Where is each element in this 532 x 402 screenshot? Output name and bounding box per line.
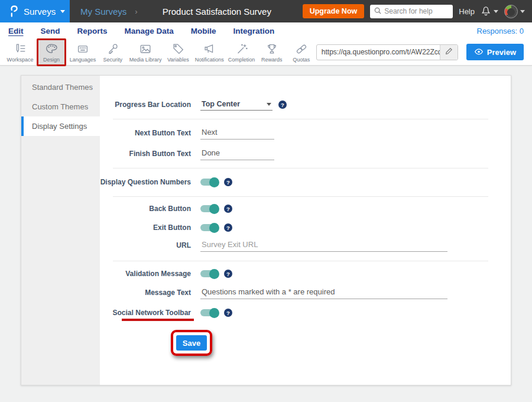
save-button[interactable]: Save: [176, 335, 207, 351]
help-search-box[interactable]: [370, 5, 453, 18]
next-button-text-label: Next Button Text: [100, 129, 191, 137]
exit-button-toggle[interactable]: [200, 224, 218, 231]
nav-tab-manage-data[interactable]: Manage Data: [125, 27, 174, 35]
progress-bar-location-row: Progress Bar Location Top Center ?: [100, 98, 287, 112]
page-title: Product Satisfaction Survey: [163, 7, 271, 17]
preview-label: Preview: [487, 48, 516, 57]
sidebar-item-custom-themes[interactable]: Custom Themes: [21, 97, 100, 116]
image-icon: [138, 42, 153, 56]
validation-message-row: Validation Message ?: [100, 267, 232, 281]
back-button-row: Back Button ?: [100, 202, 232, 216]
toolbar-workspace[interactable]: Workspace: [5, 41, 35, 64]
social-network-toolbar-label: Social Network Toolbar: [100, 309, 191, 317]
responses-count[interactable]: Responses: 0: [477, 27, 524, 35]
breadcrumb-separator-icon: ›: [135, 7, 137, 16]
chevron-down-icon: [267, 103, 271, 106]
message-text-label: Message Text: [100, 288, 191, 297]
progress-bar-location-label: Progress Bar Location: [100, 100, 191, 109]
app-menu-label: Surveys: [24, 7, 56, 17]
toolbar-notifications[interactable]: Notifications: [193, 41, 226, 64]
toolbar-label: Notifications: [195, 57, 224, 63]
back-button-toggle[interactable]: [200, 205, 218, 212]
help-icon[interactable]: ?: [278, 100, 287, 109]
nav-tab-mobile[interactable]: Mobile: [191, 27, 216, 35]
trophy-icon: [265, 42, 279, 56]
social-network-toolbar-toggle[interactable]: [200, 309, 218, 316]
sidebar-item-standard-themes[interactable]: Standard Themes: [21, 77, 100, 97]
tag-icon: [171, 42, 185, 56]
edit-url-button[interactable]: [440, 44, 458, 60]
toolbar-rewards[interactable]: Rewards: [257, 41, 287, 64]
exit-button-label: Exit Button: [100, 223, 191, 232]
edit-toolbar: Workspace Design Languages Security: [0, 39, 532, 66]
help-link[interactable]: Help: [459, 7, 475, 16]
design-settings-card: Standard Themes Custom Themes Display Se…: [21, 75, 511, 385]
toggle-knob: [209, 177, 219, 187]
toolbar-label: Rewards: [261, 57, 283, 63]
message-text-row: Message Text: [100, 286, 447, 300]
toolbar-label: Completion: [228, 57, 255, 63]
chain-link-icon: [294, 42, 309, 56]
finish-button-text-input[interactable]: [200, 147, 274, 160]
exit-url-row: URL: [100, 238, 447, 252]
survey-url-box: https://qa.questionpro.com/t/AW22Zcq2J: [316, 44, 458, 60]
toolbar-completion[interactable]: Completion: [226, 41, 257, 64]
toggle-knob: [209, 308, 219, 318]
divider: [113, 119, 488, 119]
back-button-label: Back Button: [100, 205, 191, 213]
preview-button[interactable]: Preview: [466, 44, 524, 60]
megaphone-icon: [202, 42, 216, 56]
surveys-app-menu[interactable]: Surveys: [0, 0, 70, 22]
chevron-down-icon: [60, 10, 65, 13]
toolbar-label: Languages: [70, 57, 96, 63]
avatar: [504, 5, 518, 18]
help-icon[interactable]: ?: [224, 309, 232, 317]
finish-button-text-label: Finish Button Text: [100, 150, 191, 158]
toolbar-label: Quotas: [293, 57, 310, 63]
display-question-numbers-row: Display Question Numbers ?: [100, 175, 232, 189]
toolbar-media-library[interactable]: Media Library: [128, 41, 164, 64]
notifications-menu[interactable]: [481, 5, 498, 18]
help-icon[interactable]: ?: [224, 178, 232, 186]
toolbar-label: Media Library: [129, 57, 162, 63]
keyboard-icon: [76, 42, 90, 56]
nav-tab-send[interactable]: Send: [41, 27, 60, 35]
divider: [113, 261, 488, 261]
nav-tab-edit[interactable]: Edit: [8, 27, 24, 35]
pencil-icon: [445, 47, 453, 57]
nav-tab-reports[interactable]: Reports: [77, 27, 108, 35]
account-menu[interactable]: [504, 5, 525, 18]
display-question-numbers-label: Display Question Numbers: [100, 178, 191, 186]
upgrade-now-button[interactable]: Upgrade Now: [303, 4, 365, 18]
survey-url[interactable]: https://qa.questionpro.com/t/AW22Zcq2J: [317, 48, 440, 56]
search-input[interactable]: [384, 7, 449, 15]
progress-bar-location-select[interactable]: Top Center: [200, 99, 273, 111]
toolbar-quotas[interactable]: Quotas: [287, 41, 316, 64]
sidebar-item-display-settings[interactable]: Display Settings: [21, 116, 100, 136]
toolbar-variables[interactable]: Variables: [163, 41, 193, 64]
display-question-numbers-toggle[interactable]: [200, 179, 218, 186]
message-text-input[interactable]: [200, 286, 447, 299]
next-button-text-input[interactable]: [200, 127, 274, 140]
toolbar-languages[interactable]: Languages: [67, 41, 98, 64]
toolbar-label: Security: [103, 57, 123, 63]
validation-message-label: Validation Message: [100, 270, 191, 278]
breadcrumb-my-surveys[interactable]: My Surveys: [80, 7, 126, 17]
finish-button-text-row: Finish Button Text: [100, 147, 274, 161]
nav-tab-integration[interactable]: Integration: [233, 27, 275, 35]
social-network-toolbar-row: Social Network Toolbar ?: [100, 306, 232, 320]
help-icon[interactable]: ?: [224, 205, 232, 213]
help-icon[interactable]: ?: [224, 223, 232, 232]
display-settings-form: Progress Bar Location Top Center ? Next …: [100, 76, 511, 385]
key-icon: [106, 42, 120, 56]
questionpro-logo-icon: [8, 4, 19, 19]
next-button-text-row: Next Button Text: [100, 126, 274, 140]
help-icon[interactable]: ?: [224, 270, 232, 278]
exit-url-input[interactable]: [200, 239, 447, 252]
exit-button-row: Exit Button ?: [100, 221, 232, 235]
toolbar-design[interactable]: Design: [37, 38, 66, 66]
survey-nav: Edit Send Reports Manage Data Mobile Int…: [0, 22, 532, 39]
exit-url-label: URL: [100, 241, 191, 249]
validation-message-toggle[interactable]: [200, 270, 218, 277]
toolbar-security[interactable]: Security: [98, 41, 128, 64]
